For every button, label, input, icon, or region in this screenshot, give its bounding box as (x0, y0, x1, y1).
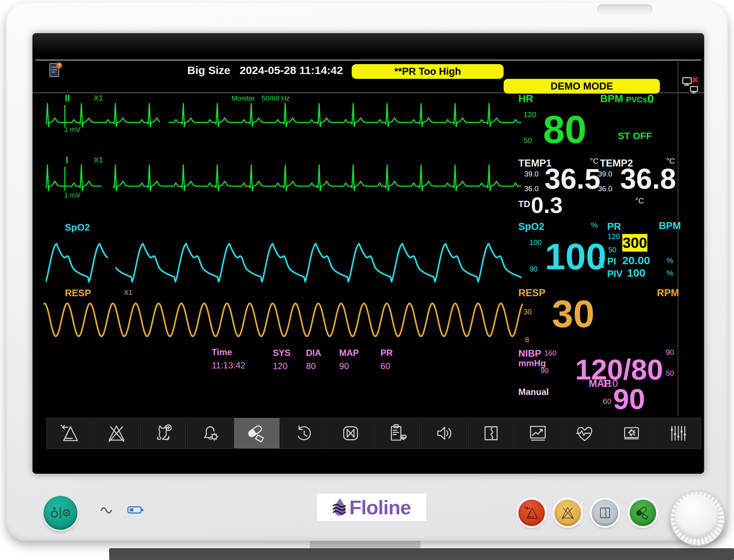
hr-label: HR (518, 94, 533, 104)
bell-gear-icon (200, 423, 220, 444)
toolbar-patient-report-button[interactable] (374, 418, 420, 449)
resp-limit-low: 8 (525, 336, 529, 343)
alarm-off-icon (106, 423, 127, 444)
speaker-icon (434, 423, 455, 444)
nibp-list-time-header: Time (212, 348, 232, 357)
nibp-value[interactable]: 120/80 (575, 355, 663, 384)
hr-unit: BPM (600, 94, 623, 104)
power-button[interactable] (44, 496, 77, 530)
spo2-limit-high: 100 (529, 239, 542, 246)
temp1-value[interactable]: 36.5 (545, 164, 601, 193)
nibp-list-map-value: 90 (339, 362, 349, 371)
freeze-icon (597, 505, 613, 521)
patient-info-icon[interactable]: ? (49, 62, 63, 78)
rotary-knob[interactable] (675, 494, 718, 538)
nibp-right-limit-low: 50 (666, 370, 674, 377)
pvcs-value: 0 (647, 93, 654, 105)
ac-power-icon (100, 505, 116, 514)
temp2-value[interactable]: 36.8 (620, 164, 676, 193)
ecg1-waveform (46, 162, 521, 197)
brand-name: Floline (349, 496, 411, 519)
clipboard-heart-icon (387, 423, 408, 444)
toolbar-alarm-setup-button[interactable] (187, 418, 233, 449)
toolbar-parameter-setup-button[interactable] (655, 418, 701, 449)
temp2-limit-high: 39.0 (598, 170, 612, 178)
pleth-label[interactable]: SpO2 (65, 223, 90, 232)
toolbar-screen-setup-button[interactable] (608, 418, 654, 449)
alarm-pause-hard-button[interactable] (554, 500, 581, 526)
hr-limit-high: 120 (523, 111, 536, 118)
alarm-message-text: **PR Too High (394, 66, 461, 77)
toolbar-nibp-start-button[interactable] (234, 418, 280, 449)
hr-limit-low: 50 (523, 136, 532, 144)
nibp-cuff-icon (635, 505, 651, 521)
nibp-map-value[interactable]: 90 (613, 385, 645, 413)
spo2-signal-bars-icon (599, 257, 604, 269)
datetime: 2024-05-28 11:14:42 (240, 65, 343, 76)
nibp-list-dia-header: DIA (306, 349, 321, 357)
nibp-list-dia-value: 80 (306, 362, 316, 371)
alarm-reset-icon (59, 423, 80, 444)
toolbar-patient-admit-button[interactable] (140, 418, 186, 449)
piv-value: 100 (627, 267, 646, 279)
network-disconnected-icon[interactable] (682, 77, 699, 94)
resp-wave-label[interactable]: RESP (65, 288, 91, 298)
nibp-mode[interactable]: Manual (518, 388, 549, 396)
pr-value-alarmed[interactable]: 300 (622, 234, 647, 252)
alarm-pause-icon (560, 505, 575, 521)
pvcs-label: PVCs (626, 96, 647, 104)
screen-size-mode[interactable]: Big Size (187, 65, 230, 76)
logo-droplet-icon (333, 497, 347, 518)
nibp-list-sys-header: SYS (273, 349, 291, 357)
piv-unit: % (667, 269, 674, 277)
temp-diff-label: TD (518, 200, 530, 209)
pr-value-text: 300 (623, 235, 647, 251)
nibp-list-sys-value: 120 (273, 362, 288, 371)
toolbar-trends-button[interactable] (515, 418, 561, 449)
temp2-unit-below: °C (635, 197, 644, 204)
brand-logo: Floline (317, 494, 426, 521)
alarm-message-banner[interactable]: **PR Too High (352, 64, 504, 79)
nibp-label: NIBP (518, 349, 541, 358)
toolbar-volume-button[interactable] (421, 418, 467, 449)
nibp-list-time-value: 11:13:42 (212, 361, 246, 370)
heart-pulse-icon (574, 423, 595, 444)
pr-limit-high: 120 (608, 233, 620, 240)
screen: ? Big Size 2024-05-28 11:14:42 **PR Too … (32, 33, 704, 474)
resp-gain-label: X1 (124, 289, 132, 296)
freeze-hard-button[interactable] (592, 500, 618, 526)
nibp-limit-mid: 90 (540, 367, 549, 374)
resp-unit: RPM (657, 288, 679, 298)
screen-top-shade (32, 33, 704, 59)
spo2-unit: % (591, 221, 598, 229)
screen-gear-icon (621, 423, 642, 444)
pr-unit: BPM (659, 221, 681, 231)
spo2-value[interactable]: 100 (545, 238, 606, 275)
svg-text:?: ? (58, 63, 60, 68)
resp-label: RESP (518, 288, 546, 298)
right-column-divider (678, 59, 678, 416)
hr-value[interactable]: 80 (543, 110, 587, 149)
temp1-limit-low: 36.0 (524, 185, 539, 192)
spo2-label: SpO2 (518, 222, 545, 232)
pr-label: PR (607, 222, 621, 232)
resp-value[interactable]: 30 (552, 295, 595, 333)
toolbar-ecg-setup-button[interactable] (561, 418, 608, 449)
alarm-reset-hard-button[interactable] (518, 500, 545, 526)
toolbar-alarm-reset-button[interactable] (46, 418, 93, 449)
nibp-right-limit-high: 90 (666, 349, 674, 356)
wave-box-icon (481, 423, 501, 444)
spo2-limit-low: 90 (529, 265, 538, 273)
toolbar-nibp-valve-button[interactable] (327, 418, 373, 449)
nibp-cuff-icon (247, 423, 267, 444)
temp2-limit-low: 36.0 (598, 185, 612, 192)
pi-unit: % (667, 256, 674, 264)
toolbar-alarm-off-button[interactable] (93, 418, 139, 449)
trend-chart-icon (528, 423, 548, 444)
toolbar-freeze-button[interactable] (468, 418, 514, 449)
toolbar-review-button[interactable] (281, 418, 327, 449)
nibp-hard-button[interactable] (630, 500, 656, 526)
cat-plus-icon (153, 423, 174, 444)
valve-icon (340, 423, 361, 444)
st-status[interactable]: ST OFF (618, 131, 652, 141)
